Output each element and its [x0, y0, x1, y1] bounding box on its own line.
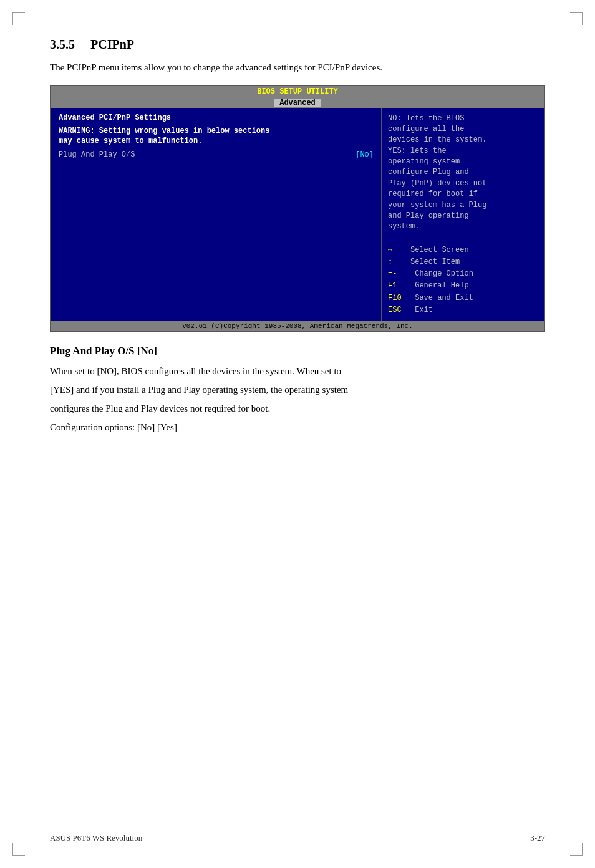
intro-text: The PCIPnP menu items allow you to chang…	[50, 60, 545, 75]
corner-mark-br	[570, 843, 583, 856]
bios-screen: BIOS SETUP UTILITY Advanced Advanced PCI…	[50, 85, 545, 332]
bios-pnp-value[interactable]: [No]	[356, 150, 374, 159]
nav-key-f1: F1	[388, 281, 397, 290]
help-line-8: your system has a Plug	[388, 201, 486, 210]
page-container: 3.5.5 PCIPnP The PCIPnP menu items allow…	[0, 0, 595, 868]
section-title: PCIPnP	[90, 37, 134, 51]
nav-row-f10: F10 Save and Exit	[388, 292, 538, 304]
bios-warning-line2: may cause system to malfunction.	[59, 137, 202, 145]
bios-help-divider	[388, 239, 538, 239]
body-text-3: configures the Plug and Play devices not…	[50, 401, 545, 416]
bios-warning: WARNING: Setting wrong values in below s…	[59, 126, 374, 147]
nav-row-screen: ↔ Select Screen	[388, 244, 538, 256]
corner-mark-bl	[12, 843, 25, 856]
bios-body: Advanced PCI/PnP Settings WARNING: Setti…	[51, 109, 544, 321]
subsection-title: Plug And Play O/S [No]	[50, 345, 545, 357]
nav-key-f10: F10	[388, 294, 402, 302]
body-text-1: When set to [NO], BIOS configures all th…	[50, 364, 545, 379]
nav-row-option: +- Change Option	[388, 268, 538, 280]
nav-row-item: ↕ Select Item	[388, 256, 538, 268]
bios-title-bar: BIOS SETUP UTILITY	[51, 86, 544, 97]
bios-pnp-label: Plug And Play O/S	[59, 150, 135, 159]
corner-mark-tl	[12, 12, 25, 25]
bios-tab-advanced[interactable]: Advanced	[274, 99, 321, 107]
nav-key-esc: ESC	[388, 306, 402, 314]
nav-label-f1: General Help	[402, 281, 469, 290]
bios-help-text: NO: lets the BIOS configure all the devi…	[388, 113, 538, 233]
nav-key-item: ↕	[388, 258, 392, 266]
help-line-3: YES: lets the	[388, 147, 447, 155]
help-line-7: required for boot if	[388, 190, 478, 198]
bios-nav: ↔ Select Screen ↕ Select Item +- Change …	[388, 244, 538, 316]
bios-warning-line1: WARNING: Setting wrong values in below s…	[59, 127, 269, 135]
bios-footer: v02.61 (C)Copyright 1985-2008, American …	[51, 321, 544, 331]
bios-right-panel: NO: lets the BIOS configure all the devi…	[382, 109, 544, 321]
nav-row-esc: ESC Exit	[388, 304, 538, 316]
body-text-4: Configuration options: [No] [Yes]	[50, 420, 545, 435]
bios-pnp-item: Plug And Play O/S [No]	[59, 150, 374, 159]
nav-key-option: +-	[388, 269, 397, 278]
nav-label-screen: Select Screen	[397, 246, 468, 254]
bios-left-panel: Advanced PCI/PnP Settings WARNING: Setti…	[51, 109, 382, 321]
help-line-5: configure Plug and	[388, 168, 469, 176]
nav-label-esc: Exit	[406, 306, 433, 314]
help-line-2: devices in the system.	[388, 135, 486, 144]
help-line-1: configure all the	[388, 125, 464, 133]
bios-tab-bar: Advanced	[51, 97, 544, 109]
nav-key-screen: ↔	[388, 246, 392, 254]
bios-section-header: Advanced PCI/PnP Settings	[59, 113, 374, 122]
nav-label-f10: Save and Exit	[406, 294, 473, 302]
section-header: 3.5.5 PCIPnP	[50, 37, 545, 52]
page-footer: ASUS P6T6 WS Revolution 3-27	[50, 829, 545, 843]
nav-label-item: Select Item	[397, 258, 460, 266]
nav-label-option: Change Option	[402, 269, 473, 278]
footer-page-number: 3-27	[530, 833, 545, 843]
help-line-9: and Play operating	[388, 211, 469, 220]
footer-product-name: ASUS P6T6 WS Revolution	[50, 833, 142, 843]
help-line-0: NO: lets the BIOS	[388, 114, 464, 123]
help-line-6: Play (PnP) devices not	[388, 179, 486, 188]
nav-row-f1: F1 General Help	[388, 280, 538, 292]
section-number: 3.5.5	[50, 37, 75, 51]
corner-mark-tr	[570, 12, 583, 25]
body-text-2: [YES] and if you install a Plug and Play…	[50, 382, 545, 397]
help-line-4: operating system	[388, 157, 460, 166]
help-line-10: system.	[388, 222, 419, 231]
